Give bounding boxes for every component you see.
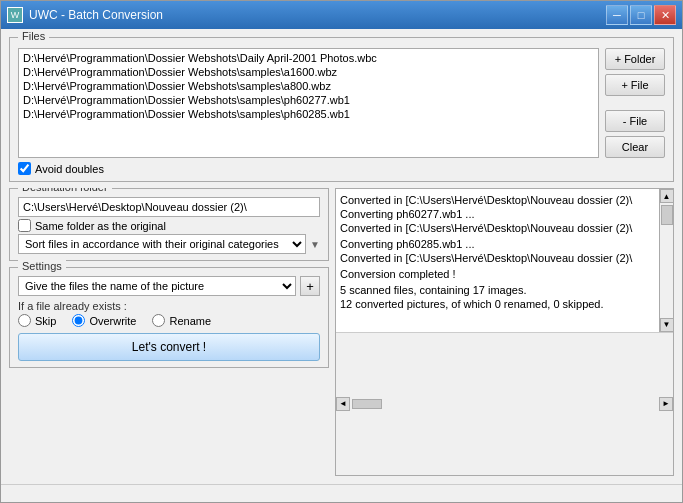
horizontal-scrollbar[interactable]: ◄ ►: [336, 332, 673, 476]
vertical-scrollbar[interactable]: ▲ ▼: [659, 189, 673, 332]
files-label: Files: [18, 30, 49, 42]
file-list-item: D:\Hervé\Programmation\Dossier Webshots\…: [21, 93, 596, 107]
destination-group: Destination folder Same folder as the or…: [9, 188, 329, 261]
avoid-doubles-label: Avoid doubles: [35, 163, 104, 175]
close-button[interactable]: ✕: [654, 5, 676, 25]
log-line: 12 converted pictures, of which 0 rename…: [340, 297, 655, 311]
scroll-right-button[interactable]: ►: [659, 397, 673, 411]
avoid-doubles-checkbox[interactable]: [18, 162, 31, 175]
scroll-left-button[interactable]: ◄: [336, 397, 350, 411]
scroll-down-button[interactable]: ▼: [660, 318, 674, 332]
file-list-item: D:\Hervé\Programmation\Dossier Webshots\…: [21, 79, 596, 93]
app-icon: W: [7, 7, 23, 23]
files-list[interactable]: D:\Hervé\Programmation\Dossier Webshots\…: [18, 48, 599, 158]
left-panel: Destination folder Same folder as the or…: [9, 188, 329, 476]
avoid-doubles-row: Avoid doubles: [18, 162, 665, 175]
sort-select[interactable]: Sort files in accordance with their orig…: [18, 234, 306, 254]
remove-file-button[interactable]: - File: [605, 110, 665, 132]
overwrite-radio-item: Overwrite: [72, 314, 136, 327]
destination-row: [18, 197, 320, 217]
rename-radio-item: Rename: [152, 314, 211, 327]
log-line: Converting ph60285.wb1 ...: [340, 237, 655, 251]
file-list-item: D:\Hervé\Programmation\Dossier Webshots\…: [21, 51, 596, 65]
settings-select-row: Give the files the name of the picture +: [18, 276, 320, 296]
log-line: Converting ph60277.wb1 ...: [340, 207, 655, 221]
sort-row: Sort files in accordance with their orig…: [18, 234, 320, 254]
settings-label: Settings: [18, 260, 66, 272]
main-area: Destination folder Same folder as the or…: [9, 188, 674, 476]
main-window: W UWC - Batch Conversion ─ □ ✕ Files D:\…: [0, 0, 683, 503]
log-line: Conversion completed !: [340, 267, 655, 281]
log-line: Converted in [C:\Users\Hervé\Desktop\Nou…: [340, 251, 655, 265]
log-line: Converted in [C:\Users\Hervé\Desktop\Nou…: [340, 221, 655, 235]
same-folder-label: Same folder as the original: [35, 220, 166, 232]
add-folder-button[interactable]: + Folder: [605, 48, 665, 70]
files-buttons: + Folder + File - File Clear: [605, 48, 665, 158]
main-content: Files D:\Hervé\Programmation\Dossier Web…: [1, 29, 682, 484]
status-bar: [1, 484, 682, 502]
log-area[interactable]: Converted in [C:\Users\Hervé\Desktop\Nou…: [336, 189, 659, 332]
files-group: Files D:\Hervé\Programmation\Dossier Web…: [9, 37, 674, 182]
log-line: 5 scanned files, containing 17 images.: [340, 283, 655, 297]
settings-group: Settings Give the files the name of the …: [9, 267, 329, 368]
file-list-item: D:\Hervé\Programmation\Dossier Webshots\…: [21, 107, 596, 121]
same-folder-checkbox[interactable]: [18, 219, 31, 232]
skip-label: Skip: [35, 315, 56, 327]
scroll-up-button[interactable]: ▲: [660, 189, 674, 203]
files-row: D:\Hervé\Programmation\Dossier Webshots\…: [18, 48, 665, 158]
scroll-thumb[interactable]: [661, 205, 673, 225]
log-panel: Converted in [C:\Users\Hervé\Desktop\Nou…: [335, 188, 674, 476]
same-folder-row: Same folder as the original: [18, 219, 320, 232]
clear-button[interactable]: Clear: [605, 136, 665, 158]
hscroll-thumb[interactable]: [352, 399, 382, 409]
overwrite-label: Overwrite: [89, 315, 136, 327]
title-bar: W UWC - Batch Conversion ─ □ ✕: [1, 1, 682, 29]
settings-select[interactable]: Give the files the name of the picture: [18, 276, 296, 296]
add-file-button[interactable]: + File: [605, 74, 665, 96]
skip-radio[interactable]: [18, 314, 31, 327]
log-line: Converted in [C:\Users\Hervé\Desktop\Nou…: [340, 193, 655, 207]
maximize-button[interactable]: □: [630, 5, 652, 25]
destination-label: Destination folder: [18, 188, 112, 193]
destination-input[interactable]: [18, 197, 320, 217]
rename-label: Rename: [169, 315, 211, 327]
overwrite-radio[interactable]: [72, 314, 85, 327]
window-controls: ─ □ ✕: [606, 5, 676, 25]
skip-radio-item: Skip: [18, 314, 56, 327]
minimize-button[interactable]: ─: [606, 5, 628, 25]
if-exists-label: If a file already exists :: [18, 300, 320, 312]
convert-button[interactable]: Let's convert !: [18, 333, 320, 361]
radio-row: Skip Overwrite Rename: [18, 314, 320, 327]
rename-radio[interactable]: [152, 314, 165, 327]
window-title: UWC - Batch Conversion: [29, 8, 163, 22]
plus-button[interactable]: +: [300, 276, 320, 296]
log-inner: Converted in [C:\Users\Hervé\Desktop\Nou…: [336, 189, 673, 332]
file-list-item: D:\Hervé\Programmation\Dossier Webshots\…: [21, 65, 596, 79]
